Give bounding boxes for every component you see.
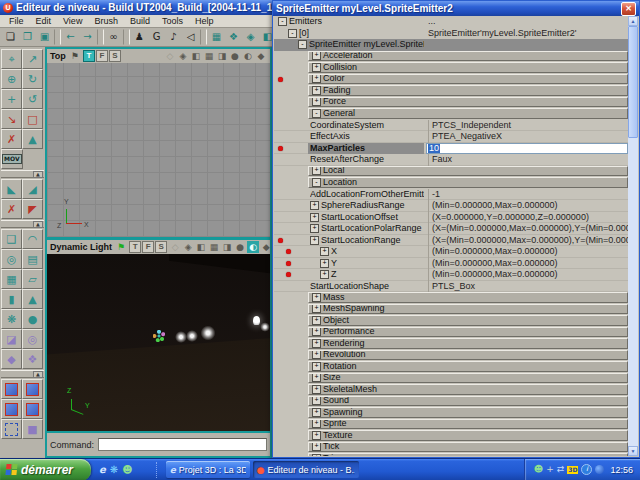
property-row[interactable]: StartLocationRange (X=(Min=0.000000,Max=…: [274, 235, 628, 247]
viewport-mode-button[interactable]: S: [109, 50, 121, 62]
top-viewport[interactable]: Y X Z: [47, 63, 270, 237]
sound-browser-icon[interactable]: ◁: [182, 28, 199, 46]
property-row[interactable]: Color: [274, 74, 628, 86]
property-row[interactable]: Size: [274, 373, 628, 385]
perspective-viewport[interactable]: Z Y: [47, 254, 270, 431]
curved-stair-brush-icon[interactable]: ◠: [22, 229, 43, 249]
actor-classes-icon[interactable]: ♟: [131, 28, 148, 46]
property-value-cell[interactable]: (Min=0.000000,Max=0.000000): [428, 200, 628, 212]
music-browser-icon[interactable]: ♪: [165, 28, 182, 46]
property-row[interactable]: Sprite: [274, 419, 628, 431]
expander-icon[interactable]: [312, 86, 321, 95]
expander-icon[interactable]: [288, 29, 297, 38]
expander-icon[interactable]: [320, 247, 329, 256]
property-value-cell[interactable]: SpriteEmitter'myLevel.SpriteEmitter2': [428, 28, 628, 40]
open-map-icon[interactable]: ❐: [19, 28, 36, 46]
cylinder-brush-icon[interactable]: ▮: [1, 289, 22, 309]
shape-edit-icon[interactable]: ◢: [22, 179, 43, 199]
expander-icon[interactable]: [312, 442, 321, 451]
menu-item[interactable]: View: [57, 16, 88, 26]
sheet-brush-icon[interactable]: ▱: [22, 269, 43, 289]
csg-subtract-icon[interactable]: [22, 379, 43, 399]
polygon-draw-icon[interactable]: ◣: [1, 179, 22, 199]
messenger-status-icon[interactable]: ☻: [534, 465, 543, 474]
wireframe-icon[interactable]: ◇: [164, 50, 176, 62]
sphere-brush-icon[interactable]: ●: [22, 309, 43, 329]
property-row[interactable]: CoordinateSystem PTCS_Independent: [274, 120, 628, 132]
bsp-cuts-icon[interactable]: ▦: [208, 241, 220, 253]
expander-icon[interactable]: [312, 293, 321, 302]
property-value-cell[interactable]: PTEA_NegativeX: [428, 131, 628, 143]
custom-brush2-icon[interactable]: ❖: [22, 349, 43, 369]
menu-item[interactable]: File: [3, 16, 30, 26]
property-value-cell[interactable]: (X=(Min=0.000000,Max=0.000000),Y=(Min=0.…: [428, 235, 628, 247]
property-row[interactable]: Texture: [274, 430, 628, 442]
property-value-cell[interactable]: (Min=0.000000,Max=0.000000): [428, 258, 628, 270]
close-icon[interactable]: ✕: [621, 2, 636, 16]
expander-icon[interactable]: [310, 201, 319, 210]
property-value-cell[interactable]: [428, 39, 628, 51]
expander-icon[interactable]: [310, 224, 319, 233]
orbit-camera-icon[interactable]: ↺: [22, 89, 43, 109]
actor-scale-icon[interactable]: ↘: [1, 109, 22, 129]
menu-item[interactable]: Brush: [88, 16, 124, 26]
menu-item[interactable]: Tools: [156, 16, 189, 26]
viewport-mode-button[interactable]: T: [83, 50, 95, 62]
property-row[interactable]: ResetAfterChange Faux: [274, 154, 628, 166]
property-value-cell[interactable]: (Min=0.000000,Max=0.000000): [428, 269, 628, 281]
property-value-cell[interactable]: PTLS_Box: [428, 281, 628, 293]
property-row[interactable]: SpriteEmitter myLevel.SpriteEmitter2: [274, 39, 628, 51]
top-viewport-header[interactable]: Top ⚑ TFS ◇◈◧▦◨●◐◆: [47, 49, 270, 63]
emitter-gizmo[interactable]: [153, 330, 165, 342]
property-value[interactable]: Faux: [432, 154, 452, 165]
expander-icon[interactable]: [310, 213, 319, 222]
property-value-cell[interactable]: (Min=0.000000,Max=0.000000): [428, 246, 628, 258]
property-row[interactable]: Emitters ...: [274, 16, 628, 28]
expander-icon[interactable]: [312, 350, 321, 359]
expander-icon[interactable]: [312, 431, 321, 440]
property-row[interactable]: General: [274, 108, 628, 120]
camera-movement-icon[interactable]: ⌖: [1, 49, 22, 69]
property-value-cell[interactable]: 10: [426, 143, 628, 155]
viewport-mode-button[interactable]: S: [155, 241, 167, 253]
network-icon[interactable]: [595, 465, 604, 474]
property-row[interactable]: AddLocationFromOtherEmitter -1: [274, 189, 628, 201]
groups-icon[interactable]: G: [148, 28, 165, 46]
property-row[interactable]: Local: [274, 166, 628, 178]
save-map-icon[interactable]: ▣: [36, 28, 53, 46]
expander-icon[interactable]: [312, 63, 321, 72]
add-special-brush-icon[interactable]: [1, 419, 22, 439]
redo-icon[interactable]: →: [79, 28, 96, 46]
expander-icon[interactable]: [298, 40, 307, 49]
property-row[interactable]: SphereRadiusRange (Min=0.000000,Max=0.00…: [274, 200, 628, 212]
expander-icon[interactable]: [312, 339, 321, 348]
antivirus-icon[interactable]: +: [546, 465, 554, 474]
property-value-cell[interactable]: (X=(Min=0.000000,Max=0.000000),Y=(Min=0.…: [428, 223, 628, 235]
animation-browser-icon[interactable]: ◈: [242, 28, 259, 46]
add-volume-icon[interactable]: ■: [22, 419, 43, 439]
mesh-browser-icon[interactable]: ❖: [225, 28, 242, 46]
property-row[interactable]: Sound: [274, 396, 628, 408]
command-input[interactable]: [98, 438, 267, 451]
property-value[interactable]: (X=(Min=0.000000,Max=0.000000),Y=(Min=0.…: [432, 223, 628, 234]
property-value[interactable]: PTEA_NegativeX: [432, 131, 502, 142]
viewport-joystick-icon[interactable]: ⚑: [117, 242, 125, 252]
texture-usage-icon[interactable]: ◧: [195, 241, 207, 253]
property-row[interactable]: Y (Min=0.000000,Max=0.000000): [274, 258, 628, 270]
wedge-brush-icon[interactable]: ◪: [1, 329, 22, 349]
expander-icon[interactable]: [312, 97, 321, 106]
face-drag-icon[interactable]: ◤: [22, 199, 43, 219]
property-row[interactable]: Force: [274, 97, 628, 109]
expander-icon[interactable]: [312, 74, 321, 83]
expander-icon[interactable]: [312, 419, 321, 428]
messenger-icon[interactable]: ☻: [122, 465, 132, 475]
cone-brush-icon[interactable]: ▲: [22, 289, 43, 309]
light-actor[interactable]: [253, 316, 260, 325]
property-row[interactable]: Object: [274, 315, 628, 327]
freehand-clip-icon[interactable]: ✗: [1, 199, 22, 219]
property-value[interactable]: (Min=0.000000,Max=0.000000): [432, 269, 558, 280]
perspective-viewport-header[interactable]: Dynamic Light ⚑ TFS ◇◈◧▦◨●◐◆: [47, 240, 270, 254]
property-row[interactable]: Fading: [274, 85, 628, 97]
property-row[interactable]: Z (Min=0.000000,Max=0.000000): [274, 269, 628, 281]
expander-icon[interactable]: [312, 396, 321, 405]
